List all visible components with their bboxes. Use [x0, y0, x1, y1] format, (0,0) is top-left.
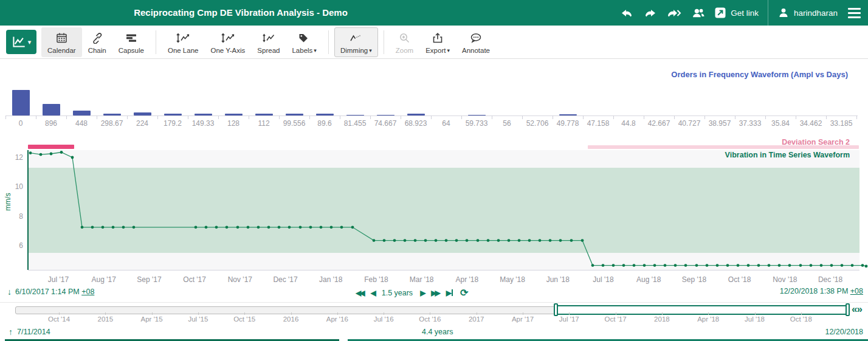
x-tick-label: Dec '18: [808, 275, 853, 284]
header-divider: [768, 0, 768, 26]
frequency-tick-label: 99.556: [279, 119, 309, 128]
frequency-bar[interactable]: [559, 114, 577, 115]
frequency-bar[interactable]: [255, 114, 273, 115]
x-tick-label: Apr '18: [444, 275, 489, 284]
frequency-tick-label: 128: [218, 119, 249, 128]
frequency-tick-label: 47.158: [583, 119, 613, 128]
timezone-link[interactable]: +08: [81, 288, 94, 296]
frequency-bar[interactable]: [225, 114, 243, 115]
frequency-chart-title: Orders in Frequency Waveform (Ampl vs Da…: [671, 70, 848, 79]
timebar-tick-label: 2018: [641, 315, 683, 323]
users-icon[interactable]: [691, 5, 705, 20]
export-button[interactable]: Export▾: [419, 27, 456, 57]
deviation-capsule[interactable]: [588, 145, 859, 149]
get-link-button[interactable]: Get link: [714, 7, 759, 19]
expand-timebar-icon[interactable]: «»: [852, 303, 862, 315]
timebar-selection[interactable]: [556, 305, 848, 315]
step-back-full-icon[interactable]: ◀◀: [356, 289, 363, 297]
timebar-tick-label: Apr '16: [316, 315, 359, 323]
x-tick-label: Aug '18: [626, 275, 671, 284]
dimming-button[interactable]: Dimming▾: [334, 27, 378, 57]
frequency-x-axis: [5, 115, 858, 116]
frequency-tick-label: 49.778: [553, 119, 583, 128]
zoom-in-icon: [399, 32, 410, 44]
frequency-bar[interactable]: [195, 114, 212, 115]
frequency-bar[interactable]: [468, 115, 486, 115]
display-range-duration[interactable]: 1.5 years: [382, 289, 413, 297]
frequency-bar[interactable]: [134, 112, 151, 115]
zoom-button: Zoom: [390, 27, 419, 57]
toolbar-divider: [328, 30, 329, 54]
y-axis-unit: mm/s: [4, 193, 12, 210]
deviation-capsule[interactable]: [28, 145, 74, 149]
frequency-tick-label: 896: [36, 119, 66, 128]
x-tick-label: Aug '17: [81, 275, 126, 284]
investigate-range-start[interactable]: ↑ 7/11/2014: [9, 327, 50, 337]
user-menu[interactable]: harindharan: [777, 7, 838, 19]
frequency-bar-chart: Orders in Frequency Waveform (Ampl vs Da…: [0, 59, 868, 137]
undo-icon[interactable]: [619, 5, 634, 20]
dimming-icon: [349, 32, 363, 44]
step-forward-full-icon[interactable]: ▶▶: [431, 289, 438, 297]
frequency-tick-label: 81.455: [340, 119, 370, 128]
chain-button[interactable]: Chain: [82, 27, 112, 57]
frequency-tick-label: 89.6: [309, 119, 340, 128]
display-range-start[interactable]: ↓ 6/10/2017 1:14 PM +08: [7, 287, 94, 297]
selection-left-handle[interactable]: [554, 303, 558, 316]
frequency-bar[interactable]: [73, 111, 91, 115]
frequency-bar[interactable]: [346, 115, 364, 115]
one-y-axis-button[interactable]: One Y-Axis: [204, 27, 251, 57]
timebar-tick-label: Apr '18: [687, 315, 729, 323]
forward-all-icon[interactable]: [667, 5, 681, 20]
step-to-end-icon[interactable]: ▶: [446, 289, 453, 297]
hamburger-menu-icon[interactable]: [847, 7, 862, 19]
timebar-tick-label: 2015: [84, 315, 126, 323]
time-series-plot[interactable]: [28, 150, 859, 270]
annotate-button[interactable]: Annotate: [456, 27, 496, 57]
frequency-bar[interactable]: [377, 115, 394, 115]
frequency-bar[interactable]: [164, 114, 182, 115]
labels-button[interactable]: Labels▾: [286, 27, 322, 57]
display-range-end[interactable]: 12/20/2018 1:38 PM +08: [780, 287, 863, 295]
spread-button[interactable]: Spread: [251, 27, 286, 57]
calendar-button[interactable]: Calendar: [41, 27, 82, 57]
frequency-tick-label: 59.733: [461, 119, 492, 128]
selection-right-handle[interactable]: [846, 303, 850, 316]
timezone-link[interactable]: +08: [850, 287, 863, 295]
frequency-tick-label: 74.667: [370, 119, 401, 128]
frequency-bar[interactable]: [286, 114, 303, 115]
refresh-icon[interactable]: ⟳: [460, 287, 468, 298]
frequency-tick-label: 33.185: [826, 119, 856, 128]
redo-icon[interactable]: [643, 5, 658, 20]
one-y-axis-icon: [221, 32, 235, 44]
timebar-tick-label: Jul '15: [177, 315, 219, 323]
frequency-bar[interactable]: [12, 90, 30, 115]
step-forward-half-icon[interactable]: ▶: [420, 289, 424, 297]
x-axis-line: [28, 270, 859, 270]
frequency-tick-label: 179.2: [157, 119, 188, 128]
frequency-bar[interactable]: [43, 104, 60, 115]
timebar-tick-label: Oct '17: [594, 315, 637, 323]
x-tick-label: Sep '18: [672, 275, 717, 284]
time-series-section: Deviation Search 2 Vibration in Time Ser…: [0, 137, 868, 302]
frequency-bar[interactable]: [103, 114, 121, 115]
x-tick-label: Jul '17: [36, 275, 81, 284]
down-arrow-icon: ↓: [7, 287, 12, 297]
capsule-time-icon: [125, 32, 137, 44]
investigate-range-end[interactable]: 12/20/2018: [825, 328, 863, 336]
step-back-half-icon[interactable]: ◀: [370, 289, 374, 297]
frequency-tick-label: 52.706: [522, 119, 553, 128]
investigate-range-duration: 4.4 years: [422, 328, 453, 336]
timebar-tick-label: Oct '18: [780, 315, 822, 323]
frequency-bar[interactable]: [316, 114, 334, 115]
timebar-tick-label: Oct '14: [38, 315, 80, 323]
x-tick-label: Jul '18: [581, 275, 626, 284]
frequency-bar[interactable]: [407, 114, 425, 115]
frequency-tick-label: 42.667: [644, 119, 674, 128]
capsule-button[interactable]: Capsule: [112, 27, 150, 57]
one-lane-button[interactable]: One Lane: [162, 27, 205, 57]
get-link-icon: [714, 7, 726, 19]
frequency-tick-label: 40.727: [674, 119, 704, 128]
time-series-title[interactable]: Vibration in Time Series Waveform: [725, 151, 850, 159]
view-selector-button[interactable]: ▾: [6, 30, 36, 54]
